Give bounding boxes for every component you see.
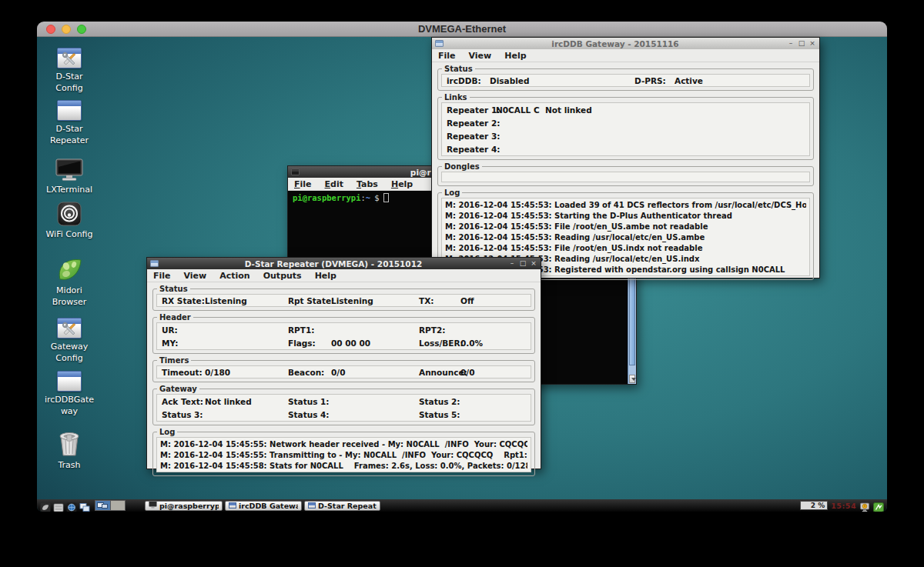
desktop-icon-d-star-config[interactable]: D-Star Config [37,48,102,94]
ircddb-titlebar-icon [435,40,444,47]
log-line: M: 2016-12-04 15:45:55: Transmitting to … [160,450,527,461]
status2-label: Status 2: [419,397,460,406]
timers-row: Timeout: 0/180 Beacon: 0/0 Announce: 0/0 [156,365,531,379]
macos-window-title: DVMEGA-Ethernet [37,23,887,35]
dongles-groupbox: Dongles [437,166,814,186]
prompt-dollar: $ [374,193,379,202]
desktop-icon-ircddbgateway[interactable]: ircDDBGate way [37,371,102,417]
maximize-icon[interactable]: □ [798,40,805,47]
clock[interactable]: 15:54 [831,502,856,510]
prompt-user-host: pi@raspberrypi [293,193,361,202]
scrollbar-down-arrow-icon[interactable] [629,375,635,383]
minimize-icon[interactable]: – [787,40,795,47]
web-browser-icon[interactable] [66,501,77,511]
rpt2-label: RPT2: [419,325,460,335]
ircddb-titlebar[interactable]: ircDDB Gateway - 20151116 – □ × [432,38,819,49]
show-desktop-icon[interactable] [79,501,90,511]
ircddb-menubar: File View Help [432,49,819,62]
log-line: M: 2016-12-04 15:45:53: Loaded 39 of 41 … [445,200,806,211]
menu-outputs[interactable]: Outputs [263,271,302,281]
menu-view[interactable]: View [184,271,207,281]
desktop-icon-lxterminal[interactable]: LXTerminal [37,158,102,195]
repeater-label: Repeater 4: [447,145,496,154]
loss-ber-label: Loss/BER: [419,339,460,348]
green-leaf-icon [55,256,83,282]
task-label: ircDDB Gateway... [239,502,298,510]
desktop-icon-gateway-config[interactable]: Gateway Config [37,318,102,364]
status-row: ircDDB: Disabled D-PRS: Active [441,74,810,87]
dstar-title: D-Star Repeater (DVMEGA) - 20151012 [162,259,505,268]
announce-value: 0/0 [460,368,526,377]
menu-help[interactable]: Help [315,271,336,281]
menu-file[interactable]: File [438,51,456,61]
dprs-value: Active [675,76,703,85]
screenshot-root: { "window_title": "DVMEGA-Ethernet", "wi… [0,0,924,567]
beacon-label: Beacon: [288,368,331,377]
dstar-titlebar[interactable]: D-Star Repeater (DVMEGA) - 20151012 – □ … [147,258,541,269]
flags-label: Flags: [288,339,331,348]
desktop[interactable]: D-Star Config D-Star Repeater LXTerminal [37,37,887,512]
minimize-icon[interactable]: – [508,260,516,267]
window-icon [308,502,316,509]
ack-text-label: Ack Text: [162,397,205,406]
window-icon [229,502,236,509]
repeater-row: Repeater 1:N0CALL C Not linked [442,103,809,116]
menu-help[interactable]: Help [391,179,413,189]
terminal-monitor-icon [149,501,157,510]
groupbox-label: Timers [157,355,191,365]
header-row: MY: Flags: 00 00 00 Loss/BER: 0.0% [157,336,531,349]
close-icon[interactable]: × [808,40,816,47]
status5-label: Status 5: [419,410,460,419]
maximize-icon[interactable]: □ [519,260,527,267]
desktop-icon-label: D-Star Config [37,71,102,94]
ur-label: UR: [162,325,205,335]
dstar-log-groupbox: Log M: 2016-12-04 15:45:55: Network head… [152,432,535,476]
repeater-row: Repeater 4: [442,142,809,155]
close-icon[interactable]: × [530,260,537,267]
menu-action[interactable]: Action [219,271,249,281]
rx-state-value: Listening [205,296,288,305]
rpt-state-label: Rpt State: [288,296,331,305]
groupbox-label: Status [442,64,475,74]
wifi-signal-icon [57,202,82,226]
groupbox-label: Log [157,427,177,437]
menu-file[interactable]: File [294,179,312,189]
menu-tabs[interactable]: Tabs [357,179,378,189]
rx-state-label: RX State: [162,296,205,305]
menu-view[interactable]: View [469,51,492,61]
workspace-1[interactable] [95,501,110,510]
timers-groupbox: Timers Timeout: 0/180 Beacon: 0/0 Announ… [152,360,535,382]
groupbox-label: Header [157,312,193,322]
workspace-2[interactable] [110,501,125,510]
ircddb-label: ircDDB: [447,76,490,85]
menu-help[interactable]: Help [504,51,526,61]
workspace-pager[interactable] [95,500,126,511]
desktop-icon-midori-browser[interactable]: Midori Browser [37,256,102,308]
status3-label: Status 3: [162,410,205,419]
groupbox-label: Log [442,188,462,198]
volume-icon[interactable] [859,501,870,511]
log-line: M: 2016-12-04 15:45:53: Reading /usr/loc… [445,232,806,243]
status-groupbox: Status RX State: Listening Rpt State: Li… [152,289,535,311]
desktop-icon-wifi-config[interactable]: WiFi Config [37,202,102,240]
file-manager-icon[interactable] [53,501,64,511]
log-line: M: 2016-12-04 15:45:53: File /root/en_US… [445,222,806,232]
desktop-icon-d-star-repeater[interactable]: D-Star Repeater [37,100,102,146]
network-icon[interactable] [873,501,884,511]
timeout-value: 0/180 [205,368,288,377]
log-panel[interactable]: M: 2016-12-04 15:45:55: Network header r… [156,437,531,472]
taskbar-task-ircddb-gateway[interactable]: ircDDB Gateway... [225,501,302,511]
menu-edit[interactable]: Edit [325,179,343,189]
desktop-icon-trash[interactable]: Trash [37,431,102,471]
header-groupbox: Header UR: RPT1: RPT2: MY: Flags: [152,317,535,354]
cpu-usage-monitor: 2 % [800,501,828,510]
macos-titlebar[interactable]: DVMEGA-Ethernet [37,22,887,37]
menu-file[interactable]: File [153,271,171,281]
gateway-row: Status 3: Status 4: Status 5: [157,408,531,421]
dstar-repeater-window: D-Star Repeater (DVMEGA) - 20151012 – □ … [146,257,541,469]
terminal-cursor [383,193,389,202]
menu-icon[interactable] [40,501,51,511]
taskbar-task-dstar-repeater[interactable]: D-Star Repeater ... [304,501,380,511]
ack-text-value: Not linked [205,397,288,406]
taskbar-task-terminal[interactable]: pi@raspberrypi: ~ [145,501,223,511]
